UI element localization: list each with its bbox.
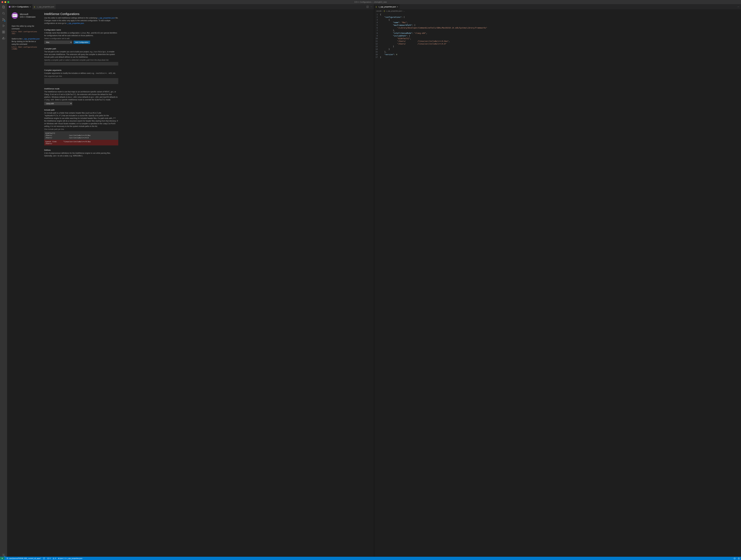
json-file-icon: {} bbox=[383, 10, 385, 12]
include-path-error: Cannot find: /Users/ "linux/usr/include/… bbox=[44, 140, 118, 145]
tab-properties-json-right[interactable]: {} c_cpp_properties.json × bbox=[374, 4, 400, 9]
config-name-desc: A friendly name that identifies a config… bbox=[44, 32, 118, 37]
close-icon[interactable]: × bbox=[29, 6, 31, 8]
errors-count[interactable]: 0 bbox=[47, 557, 51, 559]
config-name-hint: Select a configuration set to edit. bbox=[44, 38, 118, 40]
svg-rect-12 bbox=[3, 37, 4, 38]
compiler-args-input[interactable] bbox=[44, 78, 118, 84]
svg-text:{}: {} bbox=[376, 6, 377, 8]
cpp-config-icon bbox=[9, 6, 11, 8]
window-title: C/C++ Configurations — driving622_new bbox=[354, 1, 387, 3]
run-debug-icon[interactable] bbox=[2, 24, 5, 27]
close-window-icon[interactable] bbox=[1, 1, 3, 3]
minimap[interactable] bbox=[740, 13, 741, 557]
svg-point-19 bbox=[7, 559, 7, 559]
include-path-input[interactable]: ${default} /Users/ /usr/include/c++/4.8u… bbox=[44, 131, 118, 140]
tab-label: c_cpp_properties.json bbox=[379, 6, 396, 8]
svg-point-2 bbox=[3, 12, 4, 14]
svg-rect-8 bbox=[4, 32, 5, 33]
tab-bar-right: {} c_cpp_properties.json × ⋯ bbox=[374, 4, 741, 9]
properties-json-link[interactable]: c_cpp_properties.json bbox=[22, 38, 40, 40]
svg-point-3 bbox=[3, 18, 3, 19]
compiler-path-input[interactable] bbox=[44, 62, 118, 65]
svg-point-13 bbox=[3, 555, 4, 555]
git-branch[interactable]: user/jramos/FWVAL-699_.current_sil_apps* bbox=[6, 557, 41, 559]
add-configuration-button[interactable]: Add Configuration bbox=[73, 41, 90, 44]
activity-bar: 3 1 bbox=[0, 4, 7, 557]
svg-rect-1 bbox=[3, 6, 5, 8]
compiler-args-title: Compiler arguments bbox=[44, 69, 118, 71]
help-open-text: Open this editor by using the command: bbox=[12, 25, 40, 30]
compiler-path-desc: The full path to the compiler you use to… bbox=[44, 50, 118, 58]
help-open-cmd: C/C++: Edit configurations (UI) bbox=[12, 31, 40, 35]
config-name-select[interactable]: Mac bbox=[44, 41, 72, 44]
warnings-count[interactable]: 0 bbox=[53, 557, 56, 559]
tab-bar-left: C/C++ Configurations × {} c_cpp_properti… bbox=[7, 4, 374, 9]
defines-title: Defines bbox=[44, 149, 118, 151]
remote-indicator[interactable] bbox=[0, 557, 4, 560]
minimize-window-icon[interactable] bbox=[4, 1, 6, 3]
editor-pane-right: {} c_cpp_properties.json × ⋯ .vscode › {… bbox=[374, 4, 741, 557]
compiler-path-title: Compiler path bbox=[44, 48, 118, 50]
help-switch-cmd: C/C++: Edit configurations (JSON) bbox=[12, 46, 40, 50]
svg-point-22 bbox=[734, 558, 736, 559]
svg-rect-0 bbox=[3, 6, 4, 8]
compiler-args-hint: One argument per line. bbox=[44, 75, 118, 77]
explorer-icon[interactable] bbox=[2, 5, 5, 9]
more-actions-icon[interactable]: ⋯ bbox=[737, 6, 739, 8]
json-file-icon: {} bbox=[376, 6, 378, 8]
editor-pane-left: C/C++ Configurations × {} c_cpp_properti… bbox=[7, 4, 374, 557]
include-path-title: Include path bbox=[44, 109, 118, 111]
code-content[interactable]: { "configurations": [ { "name": "Mac", "… bbox=[380, 13, 740, 557]
extensions-icon[interactable] bbox=[2, 30, 5, 34]
docker-icon[interactable] bbox=[2, 37, 5, 40]
more-actions-icon[interactable]: ⋯ bbox=[370, 6, 372, 8]
tab-label: c_cpp_properties.json bbox=[37, 6, 54, 8]
breadcrumb[interactable]: .vscode › {} c_cpp_properties.json › ... bbox=[374, 9, 741, 13]
include-path-hint: One include path per line. bbox=[44, 128, 118, 130]
extension-logo: C/C++ MicrosoftC/C++ Extension bbox=[12, 12, 40, 19]
notifications-icon[interactable] bbox=[738, 557, 740, 559]
page-title: IntelliSense Configurations bbox=[44, 12, 118, 16]
svg-point-4 bbox=[3, 20, 3, 21]
status-bar: user/jramos/FWVAL-699_.current_sil_apps*… bbox=[0, 557, 741, 560]
json-file-icon: {} bbox=[34, 6, 36, 8]
config-name-title: Configuration name bbox=[44, 29, 118, 31]
line-numbers: 1234567891011121314151617 bbox=[374, 13, 380, 557]
split-editor-icon[interactable] bbox=[366, 6, 369, 8]
svg-point-14 bbox=[9, 6, 10, 8]
settings-gear-icon[interactable]: 1 bbox=[2, 553, 5, 557]
svg-rect-6 bbox=[2, 31, 3, 32]
search-icon[interactable] bbox=[2, 11, 5, 15]
maximize-window-icon[interactable] bbox=[7, 1, 9, 3]
json-link[interactable]: c_cpp_properties.json bbox=[97, 17, 115, 19]
tab-properties-json[interactable]: {} c_cpp_properties.json bbox=[32, 4, 56, 9]
svg-rect-9 bbox=[4, 31, 5, 32]
sync-button[interactable] bbox=[43, 557, 45, 559]
code-editor[interactable]: 1234567891011121314151617 { "configurati… bbox=[374, 13, 740, 557]
tab-label: C/C++ Configurations bbox=[12, 6, 28, 8]
svg-point-18 bbox=[7, 558, 7, 558]
page-description: Use this editor to edit IntelliSense set… bbox=[44, 17, 118, 24]
status-json[interactable]: ⊞ json | ⊙ c_cpp_properties.json bbox=[58, 557, 82, 559]
intellisense-mode-desc: The IntelliSense mode to use that maps t… bbox=[44, 90, 118, 101]
svg-rect-10 bbox=[3, 38, 3, 39]
json-link-2[interactable]: c_cpp_properties.json bbox=[67, 22, 84, 24]
titlebar: C/C++ Configurations — driving622_new bbox=[0, 0, 741, 4]
include-path-desc: An include path is a folder that contain… bbox=[44, 112, 118, 128]
intellisense-mode-select[interactable]: clang-x64 bbox=[44, 102, 72, 105]
feedback-icon[interactable] bbox=[734, 557, 736, 559]
svg-rect-7 bbox=[2, 32, 3, 33]
svg-text:{}: {} bbox=[34, 6, 35, 8]
defines-desc: A list of preprocessor definitions for t… bbox=[44, 152, 118, 157]
window-controls bbox=[1, 1, 9, 3]
tab-configurations[interactable]: C/C++ Configurations × bbox=[7, 4, 32, 9]
help-switch-text: Switch to the c_cpp_properties.json file… bbox=[12, 38, 40, 46]
intellisense-mode-title: IntelliSense mode bbox=[44, 87, 118, 90]
source-control-icon[interactable]: 3 bbox=[2, 18, 5, 21]
close-icon[interactable]: × bbox=[397, 6, 398, 8]
svg-rect-11 bbox=[3, 38, 4, 39]
scm-badge: 3 bbox=[4, 20, 6, 22]
settings-badge: 1 bbox=[4, 556, 6, 557]
compiler-path-hint: Specify a compiler path or select a dete… bbox=[44, 59, 118, 61]
